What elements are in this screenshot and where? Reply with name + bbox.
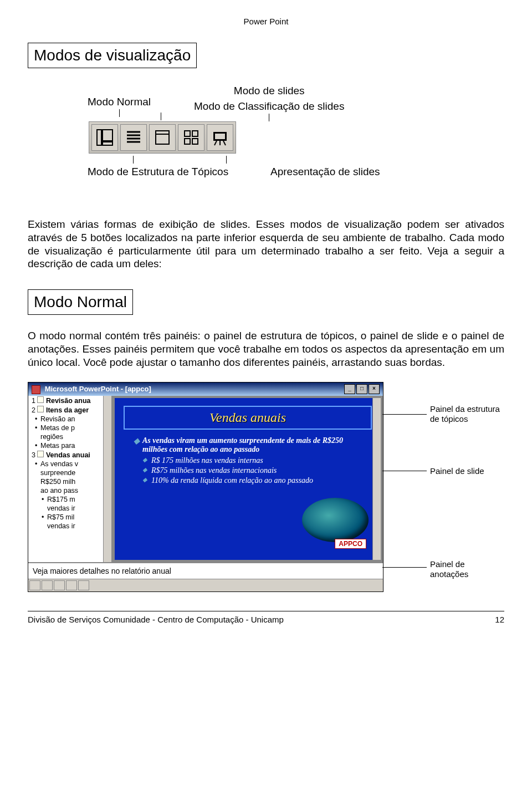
app-icon xyxy=(32,385,40,394)
outline-view-icon xyxy=(120,124,147,151)
svg-rect-9 xyxy=(185,131,190,136)
outline-item[interactable]: vendas ir xyxy=(28,504,111,513)
footer-text: Divisão de Serviços Comunidade - Centro … xyxy=(28,615,284,624)
label-modo-estrutura: Modo de Estrutura de Tópicos xyxy=(88,166,228,177)
callout-slide: Painel de slide xyxy=(430,466,502,476)
powerpoint-screenshot: Microsoft PowerPoint - [appco] _ □ × 1 R… xyxy=(28,382,504,592)
callout-topicos: Painel da estrutura de tópicos xyxy=(430,404,502,424)
slide-pane[interactable]: Vendas anuais As vendas viram um aumento… xyxy=(112,396,383,562)
globe-illustration xyxy=(302,498,369,542)
slide-sorter-icon[interactable] xyxy=(66,580,77,590)
close-button[interactable]: × xyxy=(369,384,380,394)
svg-rect-12 xyxy=(192,139,198,144)
svg-rect-14 xyxy=(215,134,225,139)
normal-view-icon[interactable] xyxy=(29,580,40,590)
label-apresentacao: Apresentação de slides xyxy=(270,166,380,177)
outline-item[interactable]: 1 Revisão anua xyxy=(28,396,111,405)
minimize-button[interactable]: _ xyxy=(344,384,355,394)
outline-view-icon[interactable] xyxy=(42,580,53,590)
app-window: Microsoft PowerPoint - [appco] _ □ × 1 R… xyxy=(28,382,383,592)
outline-item[interactable]: surpreende xyxy=(28,468,111,477)
doc-header: Power Point xyxy=(28,17,504,26)
svg-rect-0 xyxy=(97,130,101,145)
outline-item[interactable]: 2 Itens da ager xyxy=(28,405,111,415)
view-toolbar-graphic xyxy=(89,121,236,154)
view-buttons-diagram: Modo Normal Modo de slides Modo de Class… xyxy=(28,85,504,196)
slide-sub-bullet: 110% da renda líquida com relação ao ano… xyxy=(134,476,364,485)
label-modo-normal: Modo Normal xyxy=(88,96,151,108)
slide-view-icon[interactable] xyxy=(54,580,65,590)
heading-modo-normal: Modo Normal xyxy=(28,289,133,315)
slide-sorter-icon xyxy=(178,124,204,151)
outline-item[interactable]: R$75 mil xyxy=(28,513,111,522)
slideshow-icon[interactable] xyxy=(78,580,89,590)
paragraph-intro: Existem várias formas de exibição de sli… xyxy=(28,218,504,271)
heading-modos-visualizacao: Modos de visualização xyxy=(28,43,197,68)
slide-title: Vendas anuais xyxy=(124,406,372,430)
outline-item[interactable]: regiões xyxy=(28,432,111,441)
label-modo-slides: Modo de slides xyxy=(234,85,305,96)
window-title: Microsoft PowerPoint - [appco] xyxy=(45,385,151,393)
outline-item[interactable]: As vendas v xyxy=(28,460,111,468)
svg-rect-10 xyxy=(192,131,198,136)
slide-body: As vendas viram um aumento surpreendente… xyxy=(115,432,381,489)
maximize-button[interactable]: □ xyxy=(356,384,367,394)
outline-item[interactable]: R$175 m xyxy=(28,495,111,504)
outline-item[interactable]: Metas de p xyxy=(28,424,111,432)
outline-item[interactable]: R$250 milh xyxy=(28,477,111,486)
slide-sub-bullet: R$75 milhões nas vendas internacionais xyxy=(134,466,364,475)
svg-line-15 xyxy=(214,141,217,145)
notes-pane[interactable]: Veja maiores detalhes no relatório anual xyxy=(28,562,383,579)
paragraph-modo-normal: O modo normal contém três painéis: o pai… xyxy=(28,329,504,369)
svg-rect-7 xyxy=(156,131,169,144)
scrollbar[interactable] xyxy=(103,396,111,562)
svg-rect-2 xyxy=(103,142,112,145)
outline-item[interactable]: Revisão an xyxy=(28,415,111,424)
outline-pane[interactable]: 1 Revisão anua2 Itens da agerRevisão anM… xyxy=(28,396,112,562)
outline-item[interactable]: ao ano pass xyxy=(28,486,111,495)
window-titlebar: Microsoft PowerPoint - [appco] _ □ × xyxy=(28,382,383,396)
slide-view-icon xyxy=(149,124,176,151)
svg-line-16 xyxy=(223,141,226,145)
slideshow-icon xyxy=(207,124,233,151)
logo-label: APPCO xyxy=(335,539,366,549)
view-buttons-bar xyxy=(28,579,383,591)
outline-item[interactable]: Metas para xyxy=(28,441,111,450)
outline-item[interactable]: 3 Vendas anuai xyxy=(28,450,111,460)
outline-item[interactable]: vendas ir xyxy=(28,522,111,531)
page-number: 12 xyxy=(495,615,504,624)
svg-rect-11 xyxy=(185,139,190,144)
scrollbar[interactable] xyxy=(372,398,381,560)
normal-view-icon xyxy=(91,124,118,151)
label-modo-classificacao: Modo de Classificação de slides xyxy=(194,100,344,112)
callout-anotacoes: Painel de anotações xyxy=(430,559,502,579)
svg-rect-1 xyxy=(103,130,112,141)
slide-sub-bullet: R$ 175 milhões nas vendas internas xyxy=(134,456,364,465)
slide-bullet: As vendas viram um aumento surpreendente… xyxy=(134,436,364,454)
